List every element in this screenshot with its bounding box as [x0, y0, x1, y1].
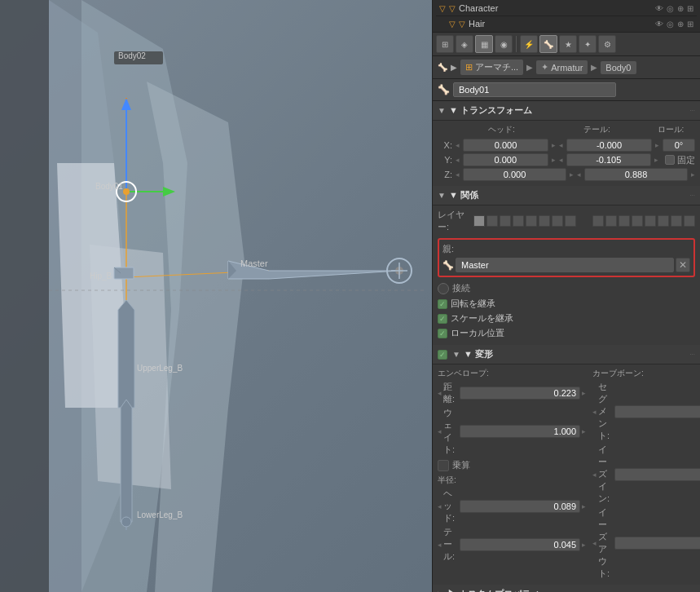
toolbar-btn-particles[interactable]: ✦ [579, 35, 597, 53]
eye-icon-character[interactable]: 👁 [655, 4, 663, 13]
toolbar-btn-pose[interactable]: ▦ [475, 35, 493, 53]
radius-section: 半径: ◂ ヘッド: ▸ ◂ テール: ▸ [438, 475, 586, 563]
grid-icon-hair[interactable]: ⊞ [687, 20, 693, 29]
viewport[interactable]: Body02 Body01 Hip_B Master UpperLeg_B Lo… [0, 0, 432, 592]
tail-x-input[interactable] [566, 139, 652, 152]
relations-toggle-icon: ▼ [438, 191, 446, 200]
toolbar-btn-weight[interactable]: ◉ [495, 35, 513, 53]
layer-btn-8[interactable] [565, 215, 576, 227]
toolbar-btn-constraint[interactable]: ⚡ [520, 35, 538, 53]
tail-x-right-arrow[interactable]: ▸ [655, 141, 659, 149]
layer-btn-10[interactable] [605, 215, 617, 227]
connected-checkbox[interactable] [438, 283, 449, 294]
layer-btn-9[interactable] [592, 215, 604, 227]
tail-z-left-arrow[interactable]: ◂ [577, 170, 581, 179]
tail-radius-left-arrow[interactable]: ◂ [438, 541, 442, 549]
layer-btn-1[interactable] [473, 215, 485, 227]
cursor-icon-character[interactable]: ⊕ [677, 4, 684, 13]
toolbar: ⊞ ◈ ▦ ◉ ⚡ 🦴 ★ ✦ ⚙ [433, 33, 700, 56]
toolbar-btn-physics[interactable]: ⚙ [598, 35, 616, 53]
ease-out-left-arrow[interactable]: ◂ [592, 539, 597, 547]
head-z-input[interactable] [463, 168, 566, 181]
relations-header[interactable]: ▼ ▼ 関係 ··· [433, 186, 700, 205]
tail-y-right-arrow[interactable]: ▸ [654, 156, 658, 164]
layer-btn-7[interactable] [552, 215, 563, 227]
toolbar-btn-edit[interactable]: ◈ [456, 35, 473, 53]
tail-z-right-arrow[interactable]: ▸ [691, 170, 695, 179]
head-x-left-arrow[interactable]: ◂ [456, 141, 460, 149]
breadcrumb-armatur[interactable]: ✦ Armatur [536, 60, 588, 74]
relations-header-left: ▼ ▼ 関係 [438, 189, 478, 201]
layer-btn-5[interactable] [526, 215, 537, 227]
layer-btn-16[interactable] [684, 215, 695, 227]
ease-in-left-arrow[interactable]: ◂ [592, 471, 597, 479]
head-y-left-arrow[interactable]: ◂ [456, 156, 460, 164]
distance-left-arrow[interactable]: ◂ [438, 389, 442, 397]
layer-btn-12[interactable] [632, 215, 643, 227]
tail-x-left-arrow[interactable]: ◂ [559, 141, 563, 149]
viewport-canvas: Body02 Body01 Hip_B Master UpperLeg_B Lo… [0, 0, 432, 592]
layer-btn-6[interactable] [539, 215, 550, 227]
parent-input[interactable] [456, 258, 674, 272]
multiply-checkbox[interactable] [438, 460, 449, 471]
ease-in-row: ◂ イーズイン: ▸ [592, 444, 700, 505]
transform-header[interactable]: ▼ ▼ トランスフォーム ··· [433, 101, 700, 121]
eye-icon-hair[interactable]: 👁 [655, 20, 663, 29]
breadcrumb-body0-label: Body0 [605, 63, 631, 73]
layer-btn-3[interactable] [500, 215, 511, 227]
roll-input[interactable] [663, 139, 695, 152]
head-radius-left-arrow[interactable]: ◂ [438, 502, 442, 510]
scene-row-character[interactable]: ▽ ▽ Character 👁 ◎ ⊕ ⊞ [436, 2, 697, 15]
head-z-right-arrow[interactable]: ▸ [570, 170, 574, 179]
toolbar-btn-bone[interactable]: 🦴 [539, 35, 557, 53]
grid-icon-character[interactable]: ⊞ [687, 4, 693, 13]
ease-out-input[interactable] [614, 537, 700, 550]
inherit-scale-check[interactable]: ✓ [438, 314, 447, 324]
weight-right-arrow[interactable]: ▸ [582, 427, 586, 435]
weight-left-arrow[interactable]: ◂ [438, 427, 442, 435]
fixed-checkbox[interactable] [665, 155, 675, 165]
render-icon-hair[interactable]: ◎ [667, 20, 674, 29]
distance-input[interactable] [460, 387, 580, 400]
head-x-input[interactable] [463, 139, 548, 152]
toolbar-btn-view[interactable]: ⊞ [436, 35, 454, 53]
segment-left-arrow[interactable]: ◂ [592, 408, 597, 416]
breadcrumb-armature[interactable]: ⊞ アーマチ... [460, 60, 523, 75]
bone-name-input[interactable] [453, 82, 616, 97]
weight-input[interactable] [460, 425, 580, 438]
breadcrumb-home-icon[interactable]: 🦴 [438, 63, 447, 72]
cursor-icon-hair[interactable]: ⊕ [677, 20, 684, 29]
scene-row-hair[interactable]: ▽ ▽ Hair 👁 ◎ ⊕ ⊞ [436, 17, 697, 30]
head-x-right-arrow[interactable]: ▸ [552, 141, 556, 149]
custom-props-header[interactable]: ▶ ▶ カスタムプロパティ ··· [433, 585, 700, 592]
ease-in-input[interactable] [614, 468, 700, 481]
tail-radius-input[interactable] [460, 538, 580, 551]
head-radius-right-arrow[interactable]: ▸ [582, 502, 586, 510]
render-icon-character[interactable]: ◎ [667, 4, 674, 13]
inherit-local-pos-check[interactable]: ✓ [438, 329, 447, 338]
svg-text:Master: Master [240, 258, 268, 268]
parent-clear-btn[interactable]: ✕ [676, 258, 690, 272]
toolbar-btn-object-data[interactable]: ★ [559, 35, 577, 53]
head-radius-input[interactable] [460, 500, 580, 513]
head-y-input[interactable] [463, 153, 548, 166]
layer-btn-2[interactable] [486, 215, 498, 227]
head-y-right-arrow[interactable]: ▸ [552, 156, 556, 164]
tail-y-input[interactable] [566, 153, 652, 166]
filter-icon-character: ▽ [449, 4, 456, 13]
deform-checkbox[interactable]: ✓ [438, 350, 447, 360]
head-z-left-arrow[interactable]: ◂ [456, 170, 460, 179]
deform-header[interactable]: ✓ ▼ ▼ 変形 ··· [433, 345, 700, 364]
layer-btn-15[interactable] [671, 215, 682, 227]
tail-y-left-arrow[interactable]: ◂ [559, 156, 563, 164]
inherit-rotation-check[interactable]: ✓ [438, 299, 447, 309]
distance-right-arrow[interactable]: ▸ [582, 389, 586, 397]
tail-radius-right-arrow[interactable]: ▸ [582, 541, 586, 549]
breadcrumb-body0[interactable]: Body0 [601, 61, 636, 74]
layer-btn-13[interactable] [645, 215, 656, 227]
segment-input[interactable] [614, 405, 700, 418]
layer-btn-14[interactable] [658, 215, 669, 227]
tail-z-input[interactable] [584, 168, 688, 181]
layer-btn-4[interactable] [513, 215, 524, 227]
layer-btn-11[interactable] [619, 215, 630, 227]
